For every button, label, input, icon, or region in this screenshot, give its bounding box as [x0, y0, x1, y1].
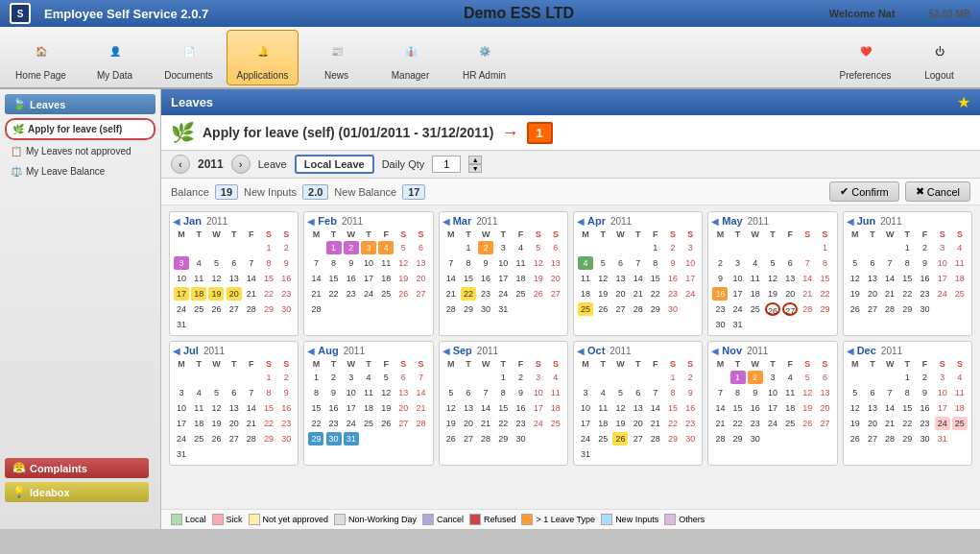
- calendar-day[interactable]: 5: [530, 240, 547, 255]
- calendar-day[interactable]: 16: [512, 400, 529, 416]
- calendar-day[interactable]: 5: [394, 240, 412, 255]
- calendar-day[interactable]: 6: [611, 255, 629, 271]
- calendar-day[interactable]: 14: [881, 400, 898, 416]
- toolbar-btn-logout[interactable]: ⏻ Logout: [903, 30, 975, 85]
- calendar-day[interactable]: 5: [764, 255, 781, 271]
- calendar-day[interactable]: 18: [190, 286, 207, 301]
- calendar-day[interactable]: 2: [477, 240, 494, 255]
- calendar-day[interactable]: 21: [307, 286, 324, 301]
- calendar-day[interactable]: 25: [951, 286, 968, 301]
- calendar-day[interactable]: 29: [260, 431, 277, 446]
- qty-input[interactable]: [432, 156, 461, 173]
- calendar-day[interactable]: 14: [442, 271, 460, 286]
- calendar-day[interactable]: 18: [951, 271, 968, 286]
- calendar-day[interactable]: 24: [764, 416, 781, 431]
- calendar-day[interactable]: 23: [343, 286, 360, 301]
- calendar-day[interactable]: 26: [611, 431, 629, 446]
- calendar-day[interactable]: 5: [847, 255, 864, 271]
- calendar-day[interactable]: 20: [460, 416, 477, 431]
- calendar-day[interactable]: 26: [799, 416, 816, 431]
- toolbar-btn-mydata[interactable]: 👤 My Data: [79, 30, 151, 85]
- calendar-day[interactable]: 7: [881, 385, 898, 400]
- calendar-day[interactable]: 17: [173, 416, 190, 431]
- sidebar-item-leave-balance[interactable]: ⚖️ My Leave Balance: [5, 162, 155, 181]
- calendar-day[interactable]: 1: [494, 370, 512, 385]
- calendar-day[interactable]: 19: [847, 416, 864, 431]
- calendar-day[interactable]: 17: [729, 286, 747, 301]
- calendar-day[interactable]: 4: [951, 240, 968, 255]
- calendar-day[interactable]: 8: [816, 255, 833, 271]
- calendar-day[interactable]: 28: [630, 301, 647, 317]
- calendar-day[interactable]: 1: [260, 240, 277, 255]
- calendar-day[interactable]: 3: [934, 240, 951, 255]
- calendar-day[interactable]: 7: [711, 385, 729, 400]
- calendar-day[interactable]: 3: [681, 240, 699, 255]
- calendar-day[interactable]: 30: [277, 431, 295, 446]
- calendar-day[interactable]: 25: [190, 431, 207, 446]
- calendar-day[interactable]: 3: [173, 385, 190, 400]
- calendar-day[interactable]: 31: [494, 301, 512, 317]
- calendar-day[interactable]: 6: [460, 385, 477, 400]
- calendar-day[interactable]: 29: [898, 301, 916, 317]
- calendar-day[interactable]: 23: [711, 301, 729, 317]
- calendar-day[interactable]: 10: [173, 400, 190, 416]
- calendar-day[interactable]: 5: [207, 385, 225, 400]
- toolbar-btn-news[interactable]: 📰 News: [300, 30, 372, 85]
- calendar-day[interactable]: 16: [664, 271, 681, 286]
- calendar-day[interactable]: 24: [343, 416, 360, 431]
- toolbar-btn-preferences[interactable]: ❤️ Preferences: [829, 30, 901, 85]
- month-prev-3[interactable]: ◀: [577, 216, 585, 227]
- calendar-day[interactable]: 3: [494, 240, 512, 255]
- calendar-day[interactable]: 12: [207, 400, 225, 416]
- calendar-day[interactable]: 24: [494, 286, 512, 301]
- calendar-day[interactable]: 24: [173, 431, 190, 446]
- calendar-day[interactable]: 12: [207, 271, 225, 286]
- calendar-day[interactable]: 22: [260, 286, 277, 301]
- calendar-day[interactable]: 1: [816, 240, 833, 255]
- calendar-day[interactable]: 14: [799, 271, 816, 286]
- calendar-day[interactable]: 9: [477, 255, 494, 271]
- month-prev-10[interactable]: ◀: [711, 346, 719, 356]
- calendar-day[interactable]: 7: [243, 255, 260, 271]
- calendar-day[interactable]: 27: [412, 286, 429, 301]
- calendar-day[interactable]: 11: [747, 271, 764, 286]
- calendar-day[interactable]: 19: [377, 400, 394, 416]
- month-prev-4[interactable]: ◀: [711, 216, 719, 227]
- calendar-day[interactable]: 8: [898, 385, 916, 400]
- calendar-day[interactable]: 5: [377, 370, 394, 385]
- calendar-day[interactable]: 12: [442, 400, 460, 416]
- calendar-day[interactable]: 7: [442, 255, 460, 271]
- calendar-day[interactable]: 4: [377, 240, 394, 255]
- calendar-day[interactable]: 18: [512, 271, 529, 286]
- calendar-day[interactable]: 28: [711, 431, 729, 446]
- calendar-day[interactable]: 31: [577, 446, 594, 462]
- calendar-day[interactable]: 5: [611, 385, 629, 400]
- calendar-day[interactable]: 18: [577, 286, 594, 301]
- calendar-day[interactable]: 2: [747, 370, 764, 385]
- calendar-day[interactable]: 4: [360, 370, 377, 385]
- calendar-day[interactable]: 7: [243, 385, 260, 400]
- calendar-day[interactable]: 18: [951, 400, 968, 416]
- calendar-day[interactable]: 6: [226, 255, 243, 271]
- calendar-day[interactable]: 15: [325, 271, 343, 286]
- calendar-day[interactable]: 7: [307, 255, 324, 271]
- calendar-day[interactable]: 23: [277, 416, 295, 431]
- calendar-day[interactable]: 12: [764, 271, 781, 286]
- calendar-day[interactable]: 12: [594, 271, 611, 286]
- calendar-day[interactable]: 22: [460, 286, 477, 301]
- calendar-day[interactable]: 29: [647, 301, 664, 317]
- calendar-day[interactable]: 27: [547, 286, 564, 301]
- calendar-day[interactable]: 24: [360, 286, 377, 301]
- calendar-day[interactable]: 30: [747, 431, 764, 446]
- calendar-day[interactable]: 15: [460, 271, 477, 286]
- calendar-day[interactable]: 1: [898, 240, 916, 255]
- calendar-day[interactable]: 25: [360, 416, 377, 431]
- calendar-day[interactable]: 17: [934, 271, 951, 286]
- calendar-day[interactable]: 9: [664, 255, 681, 271]
- calendar-day[interactable]: 3: [173, 255, 190, 271]
- calendar-day[interactable]: 9: [343, 255, 360, 271]
- calendar-day[interactable]: 10: [530, 385, 547, 400]
- calendar-day[interactable]: 10: [343, 385, 360, 400]
- calendar-day[interactable]: 14: [630, 271, 647, 286]
- calendar-day[interactable]: 4: [190, 255, 207, 271]
